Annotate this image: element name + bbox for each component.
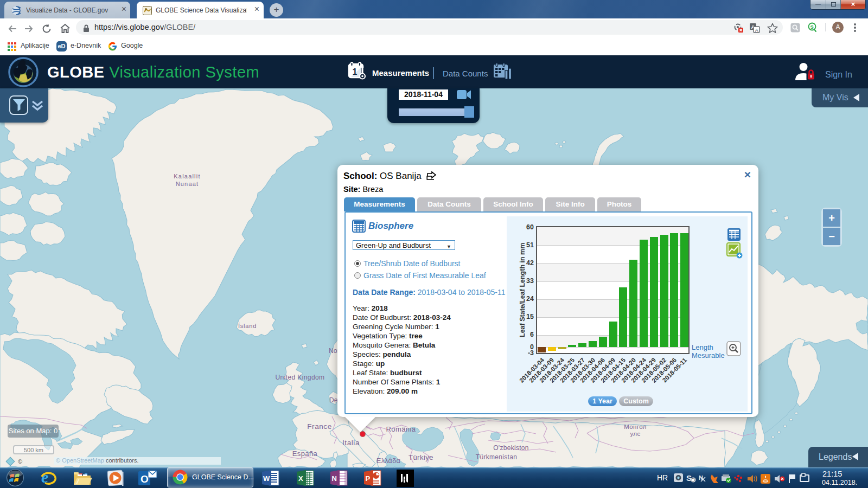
svg-text:1: 1 [353, 67, 358, 76]
svg-text:France: France [307, 422, 332, 431]
svg-text:România: România [386, 425, 416, 433]
svg-text:X: X [298, 474, 303, 483]
svg-text:N: N [332, 474, 337, 483]
svg-text:улс: улс [630, 431, 640, 437]
svg-text:Ísland: Ísland [238, 323, 257, 329]
svg-text:Монгол: Монгол [624, 423, 647, 430]
svg-text:Kalaallit: Kalaallit [174, 173, 200, 179]
svg-text:United Kingdom: United Kingdom [276, 374, 325, 381]
svg-text:S: S [810, 24, 814, 30]
svg-text:Italia: Italia [342, 439, 360, 447]
svg-text:A: A [755, 27, 759, 33]
svg-text:Türkmenistan: Türkmenistan [476, 453, 517, 461]
svg-text:O'zbekiston: O'zbekiston [493, 444, 529, 452]
svg-text:W: W [263, 474, 270, 483]
svg-text:P: P [366, 474, 371, 483]
svg-text:S: S [686, 473, 692, 483]
svg-text:España: España [292, 450, 318, 458]
svg-text:Türkiye: Türkiye [409, 453, 433, 461]
svg-text:O: O [141, 473, 149, 485]
svg-text:Ελλάδα: Ελλάδα [376, 457, 400, 465]
svg-text:Nunaat: Nunaat [176, 181, 199, 187]
